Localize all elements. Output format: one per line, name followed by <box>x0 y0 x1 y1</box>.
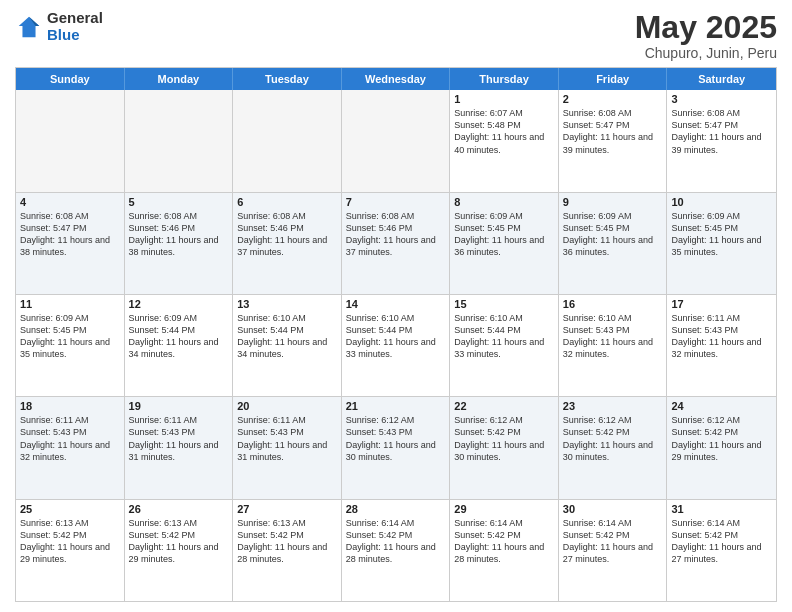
cell-info: Sunrise: 6:14 AM Sunset: 5:42 PM Dayligh… <box>454 517 554 566</box>
calendar-cell-7: 7Sunrise: 6:08 AM Sunset: 5:46 PM Daylig… <box>342 193 451 294</box>
cell-info: Sunrise: 6:13 AM Sunset: 5:42 PM Dayligh… <box>129 517 229 566</box>
header-day-monday: Monday <box>125 68 234 90</box>
cell-info: Sunrise: 6:11 AM Sunset: 5:43 PM Dayligh… <box>129 414 229 463</box>
day-number: 9 <box>563 196 663 208</box>
day-number: 28 <box>346 503 446 515</box>
calendar: SundayMondayTuesdayWednesdayThursdayFrid… <box>15 67 777 602</box>
calendar-cell-24: 24Sunrise: 6:12 AM Sunset: 5:42 PM Dayli… <box>667 397 776 498</box>
calendar-cell-20: 20Sunrise: 6:11 AM Sunset: 5:43 PM Dayli… <box>233 397 342 498</box>
calendar-week-2: 4Sunrise: 6:08 AM Sunset: 5:47 PM Daylig… <box>16 193 776 295</box>
calendar-cell-11: 11Sunrise: 6:09 AM Sunset: 5:45 PM Dayli… <box>16 295 125 396</box>
calendar-cell-17: 17Sunrise: 6:11 AM Sunset: 5:43 PM Dayli… <box>667 295 776 396</box>
calendar-cell-23: 23Sunrise: 6:12 AM Sunset: 5:42 PM Dayli… <box>559 397 668 498</box>
cell-info: Sunrise: 6:08 AM Sunset: 5:46 PM Dayligh… <box>129 210 229 259</box>
day-number: 30 <box>563 503 663 515</box>
day-number: 1 <box>454 93 554 105</box>
day-number: 31 <box>671 503 772 515</box>
day-number: 4 <box>20 196 120 208</box>
header-day-thursday: Thursday <box>450 68 559 90</box>
calendar-cell-2: 2Sunrise: 6:08 AM Sunset: 5:47 PM Daylig… <box>559 90 668 191</box>
calendar-cell-30: 30Sunrise: 6:14 AM Sunset: 5:42 PM Dayli… <box>559 500 668 601</box>
calendar-cell-25: 25Sunrise: 6:13 AM Sunset: 5:42 PM Dayli… <box>16 500 125 601</box>
day-number: 10 <box>671 196 772 208</box>
cell-info: Sunrise: 6:11 AM Sunset: 5:43 PM Dayligh… <box>20 414 120 463</box>
calendar-cell-1: 1Sunrise: 6:07 AM Sunset: 5:48 PM Daylig… <box>450 90 559 191</box>
calendar-cell-empty-2 <box>233 90 342 191</box>
day-number: 25 <box>20 503 120 515</box>
cell-info: Sunrise: 6:08 AM Sunset: 5:47 PM Dayligh… <box>671 107 772 156</box>
day-number: 13 <box>237 298 337 310</box>
calendar-cell-27: 27Sunrise: 6:13 AM Sunset: 5:42 PM Dayli… <box>233 500 342 601</box>
calendar-cell-9: 9Sunrise: 6:09 AM Sunset: 5:45 PM Daylig… <box>559 193 668 294</box>
calendar-cell-empty-0 <box>16 90 125 191</box>
cell-info: Sunrise: 6:10 AM Sunset: 5:43 PM Dayligh… <box>563 312 663 361</box>
cell-info: Sunrise: 6:12 AM Sunset: 5:42 PM Dayligh… <box>454 414 554 463</box>
calendar-cell-14: 14Sunrise: 6:10 AM Sunset: 5:44 PM Dayli… <box>342 295 451 396</box>
cell-info: Sunrise: 6:08 AM Sunset: 5:46 PM Dayligh… <box>237 210 337 259</box>
calendar-cell-8: 8Sunrise: 6:09 AM Sunset: 5:45 PM Daylig… <box>450 193 559 294</box>
svg-marker-0 <box>19 16 40 37</box>
cell-info: Sunrise: 6:14 AM Sunset: 5:42 PM Dayligh… <box>563 517 663 566</box>
logo-general-text: General <box>47 10 103 27</box>
day-number: 17 <box>671 298 772 310</box>
calendar-cell-29: 29Sunrise: 6:14 AM Sunset: 5:42 PM Dayli… <box>450 500 559 601</box>
logo-icon <box>15 13 43 41</box>
header-day-wednesday: Wednesday <box>342 68 451 90</box>
day-number: 3 <box>671 93 772 105</box>
day-number: 23 <box>563 400 663 412</box>
calendar-cell-13: 13Sunrise: 6:10 AM Sunset: 5:44 PM Dayli… <box>233 295 342 396</box>
day-number: 21 <box>346 400 446 412</box>
cell-info: Sunrise: 6:12 AM Sunset: 5:42 PM Dayligh… <box>671 414 772 463</box>
header-day-saturday: Saturday <box>667 68 776 90</box>
calendar-cell-12: 12Sunrise: 6:09 AM Sunset: 5:44 PM Dayli… <box>125 295 234 396</box>
day-number: 11 <box>20 298 120 310</box>
calendar-week-3: 11Sunrise: 6:09 AM Sunset: 5:45 PM Dayli… <box>16 295 776 397</box>
header-day-tuesday: Tuesday <box>233 68 342 90</box>
calendar-cell-6: 6Sunrise: 6:08 AM Sunset: 5:46 PM Daylig… <box>233 193 342 294</box>
calendar-week-4: 18Sunrise: 6:11 AM Sunset: 5:43 PM Dayli… <box>16 397 776 499</box>
calendar-cell-3: 3Sunrise: 6:08 AM Sunset: 5:47 PM Daylig… <box>667 90 776 191</box>
cell-info: Sunrise: 6:09 AM Sunset: 5:45 PM Dayligh… <box>454 210 554 259</box>
logo: General Blue <box>15 10 103 43</box>
title-block: May 2025 Chupuro, Junin, Peru <box>635 10 777 61</box>
cell-info: Sunrise: 6:10 AM Sunset: 5:44 PM Dayligh… <box>454 312 554 361</box>
day-number: 26 <box>129 503 229 515</box>
calendar-cell-21: 21Sunrise: 6:12 AM Sunset: 5:43 PM Dayli… <box>342 397 451 498</box>
header-day-sunday: Sunday <box>16 68 125 90</box>
cell-info: Sunrise: 6:11 AM Sunset: 5:43 PM Dayligh… <box>671 312 772 361</box>
calendar-cell-18: 18Sunrise: 6:11 AM Sunset: 5:43 PM Dayli… <box>16 397 125 498</box>
cell-info: Sunrise: 6:14 AM Sunset: 5:42 PM Dayligh… <box>346 517 446 566</box>
day-number: 12 <box>129 298 229 310</box>
header: General Blue May 2025 Chupuro, Junin, Pe… <box>15 10 777 61</box>
title-month: May 2025 <box>635 10 777 45</box>
day-number: 14 <box>346 298 446 310</box>
calendar-header-row: SundayMondayTuesdayWednesdayThursdayFrid… <box>16 68 776 90</box>
cell-info: Sunrise: 6:07 AM Sunset: 5:48 PM Dayligh… <box>454 107 554 156</box>
day-number: 18 <box>20 400 120 412</box>
cell-info: Sunrise: 6:08 AM Sunset: 5:47 PM Dayligh… <box>20 210 120 259</box>
day-number: 16 <box>563 298 663 310</box>
logo-text: General Blue <box>47 10 103 43</box>
day-number: 20 <box>237 400 337 412</box>
day-number: 19 <box>129 400 229 412</box>
day-number: 8 <box>454 196 554 208</box>
calendar-cell-10: 10Sunrise: 6:09 AM Sunset: 5:45 PM Dayli… <box>667 193 776 294</box>
cell-info: Sunrise: 6:11 AM Sunset: 5:43 PM Dayligh… <box>237 414 337 463</box>
calendar-week-5: 25Sunrise: 6:13 AM Sunset: 5:42 PM Dayli… <box>16 500 776 601</box>
cell-info: Sunrise: 6:08 AM Sunset: 5:47 PM Dayligh… <box>563 107 663 156</box>
cell-info: Sunrise: 6:09 AM Sunset: 5:45 PM Dayligh… <box>671 210 772 259</box>
cell-info: Sunrise: 6:14 AM Sunset: 5:42 PM Dayligh… <box>671 517 772 566</box>
cell-info: Sunrise: 6:09 AM Sunset: 5:45 PM Dayligh… <box>20 312 120 361</box>
calendar-cell-31: 31Sunrise: 6:14 AM Sunset: 5:42 PM Dayli… <box>667 500 776 601</box>
calendar-cell-16: 16Sunrise: 6:10 AM Sunset: 5:43 PM Dayli… <box>559 295 668 396</box>
calendar-cell-empty-3 <box>342 90 451 191</box>
cell-info: Sunrise: 6:10 AM Sunset: 5:44 PM Dayligh… <box>346 312 446 361</box>
cell-info: Sunrise: 6:09 AM Sunset: 5:44 PM Dayligh… <box>129 312 229 361</box>
day-number: 29 <box>454 503 554 515</box>
cell-info: Sunrise: 6:10 AM Sunset: 5:44 PM Dayligh… <box>237 312 337 361</box>
day-number: 2 <box>563 93 663 105</box>
day-number: 22 <box>454 400 554 412</box>
cell-info: Sunrise: 6:12 AM Sunset: 5:43 PM Dayligh… <box>346 414 446 463</box>
title-location: Chupuro, Junin, Peru <box>635 45 777 61</box>
calendar-cell-28: 28Sunrise: 6:14 AM Sunset: 5:42 PM Dayli… <box>342 500 451 601</box>
